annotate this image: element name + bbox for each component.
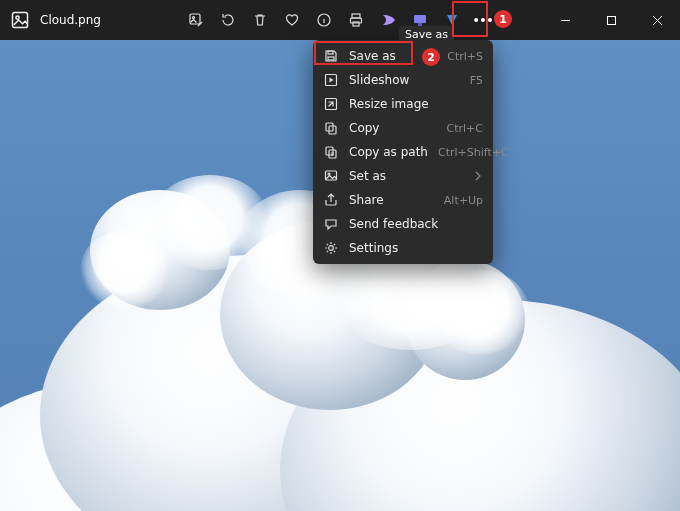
menu-item-settings[interactable]: Settings xyxy=(313,236,493,260)
svg-point-20 xyxy=(328,173,330,175)
menu-item-shortcut: Ctrl+Shift+C xyxy=(438,146,509,159)
titlebar: Cloud.png xyxy=(0,0,680,40)
svg-point-21 xyxy=(329,246,334,251)
file-title: Cloud.png xyxy=(40,13,101,27)
svg-rect-12 xyxy=(328,51,333,54)
menu-item-label: Copy as path xyxy=(349,145,428,159)
menu-item-slideshow[interactable]: Slideshow F5 xyxy=(313,68,493,92)
favorite-button[interactable] xyxy=(278,6,306,34)
menu-item-save-as[interactable]: Save as Ctrl+S xyxy=(313,44,493,68)
maximize-button[interactable] xyxy=(588,0,634,40)
svg-point-1 xyxy=(16,16,19,19)
close-button[interactable] xyxy=(634,0,680,40)
print-button[interactable] xyxy=(342,6,370,34)
share-icon xyxy=(323,192,339,208)
tooltip-saveas: Save as xyxy=(399,26,454,43)
heart-icon xyxy=(284,12,300,28)
menu-item-label: Copy xyxy=(349,121,437,135)
image-icon xyxy=(323,168,339,184)
menu-item-share[interactable]: Share Alt+Up xyxy=(313,188,493,212)
minimize-icon xyxy=(560,15,571,26)
delete-button[interactable] xyxy=(246,6,274,34)
close-icon xyxy=(652,15,663,26)
menu-item-set-as[interactable]: Set as xyxy=(313,164,493,188)
gear-icon xyxy=(323,240,339,256)
info-button[interactable] xyxy=(310,6,338,34)
annotation-badge-2: 2 xyxy=(422,48,440,66)
printer-icon xyxy=(348,12,364,28)
menu-item-shortcut: Ctrl+C xyxy=(447,122,483,135)
svg-point-3 xyxy=(193,17,195,19)
rotate-icon xyxy=(220,12,236,28)
svg-rect-11 xyxy=(328,57,334,60)
menu-item-shortcut: Ctrl+S xyxy=(447,50,483,63)
menu-item-label: Share xyxy=(349,193,434,207)
window-controls xyxy=(542,0,680,40)
info-icon xyxy=(316,12,332,28)
maximize-icon xyxy=(606,15,617,26)
clipchamp-button[interactable] xyxy=(374,6,402,34)
photos-app-window: Cloud.png xyxy=(0,0,680,511)
svg-rect-10 xyxy=(607,16,615,24)
menu-item-feedback[interactable]: Send feedback xyxy=(313,212,493,236)
menu-item-shortcut: Alt+Up xyxy=(444,194,483,207)
annotation-badge-1: 1 xyxy=(494,10,512,28)
menu-item-shortcut: F5 xyxy=(470,74,483,87)
menu-item-label: Slideshow xyxy=(349,73,460,87)
more-ellipsis-icon: ••• xyxy=(474,13,495,27)
clipchamp-icon xyxy=(380,12,396,28)
menu-item-label: Settings xyxy=(349,241,473,255)
svg-rect-2 xyxy=(190,14,200,24)
menu-item-copy-path[interactable]: Copy as path Ctrl+Shift+C xyxy=(313,140,493,164)
menu-item-label: Send feedback xyxy=(349,217,473,231)
save-icon xyxy=(323,48,339,64)
copy-path-icon xyxy=(323,144,339,160)
svg-rect-0 xyxy=(13,13,28,28)
rotate-button[interactable] xyxy=(214,6,242,34)
feedback-icon xyxy=(323,216,339,232)
more-menu: Save as Ctrl+S Slideshow F5 Resize image… xyxy=(313,40,493,264)
play-box-icon xyxy=(323,72,339,88)
svg-rect-8 xyxy=(414,15,426,23)
edit-image-icon xyxy=(188,12,204,28)
minimize-button[interactable] xyxy=(542,0,588,40)
filetype-image-icon xyxy=(10,10,30,30)
resize-icon xyxy=(323,96,339,112)
edit-image-button[interactable] xyxy=(182,6,210,34)
menu-item-label: Set as xyxy=(349,169,461,183)
menu-item-label: Resize image xyxy=(349,97,473,111)
svg-rect-5 xyxy=(352,14,360,18)
chevron-right-icon xyxy=(473,171,483,181)
menu-item-copy[interactable]: Copy Ctrl+C xyxy=(313,116,493,140)
copy-icon xyxy=(323,120,339,136)
menu-item-resize[interactable]: Resize image xyxy=(313,92,493,116)
trash-icon xyxy=(252,12,268,28)
